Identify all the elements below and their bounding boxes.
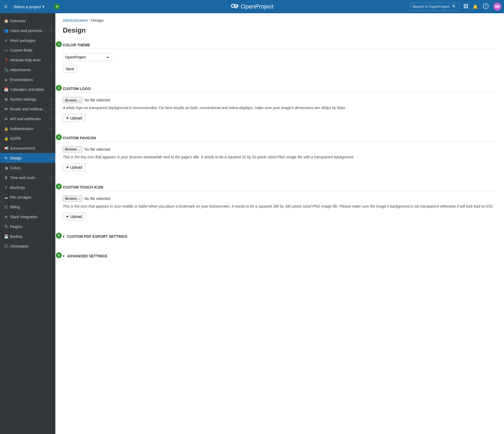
logo-browse-button[interactable]: Browse… xyxy=(63,97,82,103)
sidebar-item-backlogs[interactable]: ⇪Backlogs→ xyxy=(0,182,55,192)
sidebar-icon: # xyxy=(3,215,9,219)
global-search[interactable]: 🔍 xyxy=(410,3,459,11)
sidebar-icon: ⇄ xyxy=(3,117,9,121)
search-input[interactable] xyxy=(412,5,452,9)
sidebar-item-calendars-and-dates[interactable]: 📅Calendars and dates→ xyxy=(0,84,55,94)
project-selector[interactable]: Select a project ▾ xyxy=(14,4,44,9)
sidebar-item-label: Billing xyxy=(10,205,52,209)
section-pdf-export: 5 ▾ CUSTOM PDF EXPORT SETTINGS xyxy=(63,234,497,240)
sidebar-item-label: Design xyxy=(10,156,52,160)
sidebar-item-backup[interactable]: 💾Backup xyxy=(0,231,55,241)
touch-upload-label: Upload xyxy=(70,214,82,219)
create-button[interactable]: + xyxy=(54,4,60,10)
sidebar-item-overview[interactable]: 🏠Overview xyxy=(0,16,55,26)
search-icon[interactable]: 🔍 xyxy=(452,5,457,9)
breadcrumb-current: Design xyxy=(91,18,104,23)
admin-sidebar: 🏠Overview👥Users and permissi…→≡Work pack… xyxy=(0,13,55,434)
sidebar-item-colors[interactable]: ◑Colors xyxy=(0,163,55,173)
sidebar-icon: ✎ xyxy=(3,156,9,160)
touch-hint: This is the icon that appears in your mo… xyxy=(63,204,497,209)
bell-icon[interactable]: 🔔 xyxy=(473,4,478,9)
logo-upload-button[interactable]: + Upload xyxy=(63,114,86,122)
sidebar-item-api-and-webhooks[interactable]: ⇄API and webhooks→ xyxy=(0,114,55,124)
sidebar-item-users-and-permissi[interactable]: 👥Users and permissi…→ xyxy=(0,26,55,35)
sidebar-item-label: File storages xyxy=(10,195,52,199)
sidebar-icon: 👥 xyxy=(3,29,9,33)
sidebar-item-file-storages[interactable]: ☁File storages xyxy=(0,192,55,202)
color-theme-select[interactable]: OpenProject xyxy=(63,53,112,61)
brand: OpenProject xyxy=(231,3,273,11)
sidebar-item-plugins[interactable]: 🔌Plugins xyxy=(0,222,55,231)
step-badge-3: 3 xyxy=(56,134,62,140)
sidebar-item-authentication[interactable]: 🔒Authentication→ xyxy=(0,124,55,133)
sidebar-item-announcement[interactable]: 📢Announcement xyxy=(0,143,55,153)
sidebar-item-label: Custom fields xyxy=(10,48,52,52)
step-badge-4: 4 xyxy=(56,184,62,189)
advanced-title: ADVANCED SETTINGS xyxy=(67,254,107,258)
sidebar-item-gdpr[interactable]: 🔒GDPR xyxy=(0,133,55,143)
arrow-right-icon: → xyxy=(49,127,52,131)
avatar[interactable]: MB xyxy=(493,3,501,11)
sidebar-icon: ≡ xyxy=(3,38,9,43)
sidebar-item-emails-and-notificat[interactable]: ✉Emails and notificat…→ xyxy=(0,104,55,114)
arrow-right-icon: → xyxy=(49,87,52,91)
section-title-advanced[interactable]: ▾ ADVANCED SETTINGS xyxy=(63,254,497,260)
sidebar-resize-handle[interactable] xyxy=(54,156,55,162)
sidebar-item-billing[interactable]: 🛒Billing xyxy=(0,202,55,212)
favicon-browse-button[interactable]: Browse… xyxy=(63,146,82,153)
sidebar-item-attribute-help-texts[interactable]: ❓Attribute help texts xyxy=(0,55,55,65)
sidebar-item-label: Calendars and dates xyxy=(10,87,49,92)
menu-icon[interactable]: ☰ xyxy=(3,5,9,9)
step-badge-5: 5 xyxy=(56,233,62,239)
sidebar-item-label: Users and permissi… xyxy=(10,29,49,33)
sidebar-item-slack-integration[interactable]: #Slack Integration xyxy=(0,212,55,222)
sidebar-item-custom-fields[interactable]: ▭Custom fields xyxy=(0,45,55,55)
sidebar-item-label: Work packages xyxy=(10,38,49,43)
breadcrumb-root-link[interactable]: Administration xyxy=(63,18,88,23)
sidebar-icon: ≣ xyxy=(3,78,9,82)
sidebar-item-label: System settings xyxy=(10,97,49,101)
logo-upload-label: Upload xyxy=(70,116,82,120)
sidebar-icon: 🛒 xyxy=(3,205,9,209)
sidebar-icon: 💾 xyxy=(3,234,9,239)
touch-browse-button[interactable]: Browse… xyxy=(63,195,82,202)
project-selector-label: Select a project xyxy=(14,5,41,9)
svg-rect-3 xyxy=(467,4,468,5)
section-title-pdf-export[interactable]: ▾ CUSTOM PDF EXPORT SETTINGS xyxy=(63,234,497,240)
sidebar-item-label: Overview xyxy=(10,19,52,23)
svg-rect-4 xyxy=(464,6,465,7)
sidebar-item-design[interactable]: ✎Design xyxy=(0,153,55,163)
chevron-down-icon[interactable]: ▾ xyxy=(63,235,64,238)
svg-rect-6 xyxy=(467,6,468,7)
step-badge-6: 6 xyxy=(56,252,62,258)
sidebar-item-label: Enumerations xyxy=(10,78,52,82)
apps-grid-icon[interactable] xyxy=(464,4,468,9)
caret-down-icon: ▾ xyxy=(42,4,44,9)
section-color-theme: 1 COLOR THEME OpenProject Save xyxy=(63,43,497,73)
sidebar-item-time-and-costs[interactable]: $Time and costs→ xyxy=(0,173,55,182)
sidebar-item-enumerations[interactable]: ≣Enumerations xyxy=(0,75,55,84)
sidebar-item-attachments[interactable]: 📎Attachments→ xyxy=(0,65,55,75)
openproject-logo-icon xyxy=(231,3,239,11)
svg-rect-7 xyxy=(464,7,465,8)
sidebar-item-information[interactable]: ⓘInformation xyxy=(0,241,55,251)
sidebar-item-work-packages[interactable]: ≡Work packages→ xyxy=(0,35,55,45)
sidebar-icon: 📅 xyxy=(3,87,9,92)
sidebar-icon: ⇪ xyxy=(3,185,9,190)
favicon-upload-button[interactable]: + Upload xyxy=(63,163,86,171)
chevron-down-icon[interactable]: ▾ xyxy=(63,254,64,258)
arrow-right-icon: → xyxy=(49,29,52,33)
arrow-right-icon: → xyxy=(49,38,52,42)
touch-file-row: Browse… No file selected. xyxy=(63,195,497,202)
section-advanced: 6 ▾ ADVANCED SETTINGS xyxy=(63,254,497,260)
section-custom-logo: 2 CUSTOM LOGO Browse… No file selected. … xyxy=(63,87,497,122)
logo-file-row: Browse… No file selected. xyxy=(63,97,497,103)
sidebar-item-system-settings[interactable]: ⚙System settings→ xyxy=(0,94,55,104)
help-icon[interactable]: ? xyxy=(483,3,489,10)
touch-upload-button[interactable]: + Upload xyxy=(63,213,86,221)
sidebar-item-label: Attribute help texts xyxy=(10,58,52,62)
sidebar-item-label: Colors xyxy=(10,166,52,170)
sidebar-item-label: Announcement xyxy=(10,146,52,150)
sidebar-icon: 🔌 xyxy=(3,225,9,229)
save-button[interactable]: Save xyxy=(63,65,77,73)
